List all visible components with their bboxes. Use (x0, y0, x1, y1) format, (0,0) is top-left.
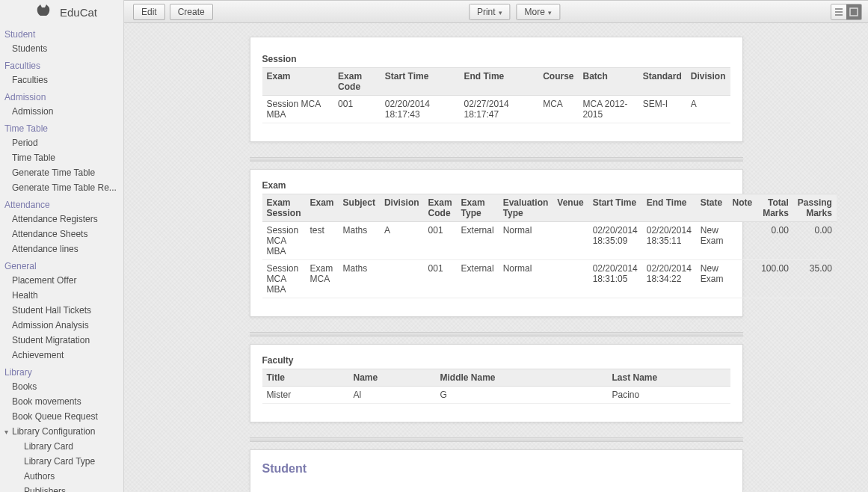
faculty-sheet: Faculty TitleNameMiddle NameLast Name Mi… (250, 344, 743, 422)
chevron-down-icon: ▾ (548, 9, 552, 16)
nav-item[interactable]: Attendance Sheets (4, 227, 122, 242)
cat-icon (36, 4, 55, 20)
table-row[interactable]: MisterAlGPacino (262, 387, 730, 404)
nav-subitem[interactable]: Library Card (4, 439, 122, 454)
exam-title: Exam (262, 177, 730, 194)
view-list-button[interactable] (831, 4, 846, 19)
col-header: End Time (460, 68, 539, 96)
faculty-title: Faculty (262, 352, 730, 369)
cell-venue (552, 222, 588, 260)
col-header: Passing Marks (793, 194, 837, 222)
nav-section-title: Attendance (4, 195, 122, 212)
cell-code: 001 (424, 222, 457, 260)
cell-total: 100.00 (757, 260, 793, 298)
cell-subject: Maths (339, 260, 380, 298)
cell-etype: External (457, 222, 499, 260)
content-scroll[interactable]: Session ExamExam CodeStart TimeEnd TimeC… (124, 23, 868, 492)
cell-exam: test (306, 222, 339, 260)
cell-code: 001 (333, 96, 381, 123)
view-form-button[interactable] (846, 4, 861, 19)
nav-item[interactable]: Students (4, 41, 122, 56)
print-button[interactable]: Print▾ (469, 4, 511, 20)
table-row[interactable]: Session MCA MBAtestMathsA001ExternalNorm… (262, 222, 837, 260)
col-header: Course (538, 68, 578, 96)
cell-division: A (380, 222, 424, 260)
exam-sheet: Exam Exam SessionExamSubjectDivisionExam… (250, 169, 743, 317)
col-header: Exam Type (457, 194, 499, 222)
student-sheet: Student Student TitleNameMiddle NameLast… (250, 449, 743, 492)
brand-name: EduCat (60, 6, 97, 19)
cell-exam: Exam MCA (306, 260, 339, 298)
nav-item[interactable]: Faculties (4, 73, 122, 87)
edit-button[interactable]: Edit (133, 4, 165, 20)
cell-evtype: Normal (499, 222, 553, 260)
separator (250, 437, 743, 442)
nav-subitem[interactable]: Authors (4, 469, 122, 484)
session-title: Session (262, 51, 730, 67)
nav-item[interactable]: Generate Time Table Re... (4, 180, 122, 195)
cell-exam: Session MCA MBA (262, 96, 334, 123)
nav-section-title: General (4, 256, 122, 273)
col-header: Start Time (381, 68, 460, 96)
cell-division: A (686, 96, 730, 123)
table-row[interactable]: Session MCA MBA00102/20/2014 18:17:4302/… (262, 96, 730, 123)
cell-subject: Maths (339, 222, 380, 260)
nav-item[interactable]: Student Migratation (4, 333, 122, 348)
student-subtitle: Student (262, 483, 730, 492)
create-button[interactable]: Create (170, 4, 213, 20)
nav-item[interactable]: Books (4, 379, 122, 394)
nav-item[interactable]: Book movements (4, 394, 122, 409)
toolbar: Edit Create Print▾ More▾ (124, 0, 868, 23)
col-header: State (696, 194, 728, 222)
cell-division (380, 260, 424, 298)
cell-standard: SEM-I (638, 96, 686, 123)
col-header: Middle Name (436, 369, 608, 387)
main-area: Edit Create Print▾ More▾ (124, 0, 868, 492)
cell-end: 02/20/2014 18:35:11 (642, 222, 696, 260)
nav-item[interactable]: Book Queue Request (4, 409, 122, 424)
nav-section-title: Student (4, 25, 122, 41)
cell-session: Session MCA MBA (262, 222, 306, 260)
col-header: Evaluation Type (499, 194, 553, 222)
nav-item[interactable]: Attendance lines (4, 242, 122, 256)
cell-pass: 0.00 (793, 222, 837, 260)
nav-item[interactable]: Achievement (4, 348, 122, 363)
nav-item[interactable]: Generate Time Table (4, 165, 122, 180)
cell-last: Pacino (608, 387, 730, 404)
nav-subsection-title: Library Configuration (12, 426, 95, 437)
col-header: Last Name (608, 369, 730, 387)
separator (250, 332, 743, 336)
col-header: Start Time (588, 194, 642, 222)
nav-item[interactable]: Student Hall Tickets (4, 303, 122, 318)
faculty-table: TitleNameMiddle NameLast Name MisterAlGP… (262, 369, 730, 404)
nav-item[interactable]: Placement Offer (4, 273, 122, 288)
col-header: Division (686, 68, 730, 96)
cell-middle: G (436, 387, 608, 404)
nav-item[interactable]: Health (4, 288, 122, 303)
nav-subitem[interactable]: Library Card Type (4, 454, 122, 469)
nav-subsection-toggle[interactable]: ▾Library Configuration (4, 424, 122, 439)
col-header: Total Marks (757, 194, 793, 222)
cell-start: 02/20/2014 18:17:43 (381, 96, 460, 123)
cell-venue (552, 260, 588, 298)
col-header: Batch (578, 68, 638, 96)
col-header: Note (727, 194, 757, 222)
nav-item[interactable]: Time Table (4, 150, 122, 165)
cell-end: 02/20/2014 18:34:22 (642, 260, 696, 298)
table-row[interactable]: Session MCA MBAExam MCAMaths001ExternalN… (262, 260, 837, 298)
cell-title: Mister (262, 387, 349, 404)
more-button[interactable]: More▾ (517, 4, 560, 20)
col-header: Venue (552, 194, 588, 222)
nav-item[interactable]: Admission (4, 104, 122, 119)
print-label: Print (477, 7, 496, 17)
nav-item[interactable]: Admission Analysis (4, 318, 122, 333)
chevron-down-icon: ▾ (4, 428, 10, 436)
nav-item[interactable]: Attendance Registers (4, 212, 122, 227)
svg-rect-3 (850, 8, 858, 16)
nav-subitem[interactable]: Publishers (4, 484, 122, 492)
brand-logo: EduCat (4, 3, 122, 25)
cell-course: MCA (538, 96, 578, 123)
col-header: Exam (262, 68, 334, 96)
col-header: Exam (306, 194, 339, 222)
nav-item[interactable]: Period (4, 135, 122, 150)
